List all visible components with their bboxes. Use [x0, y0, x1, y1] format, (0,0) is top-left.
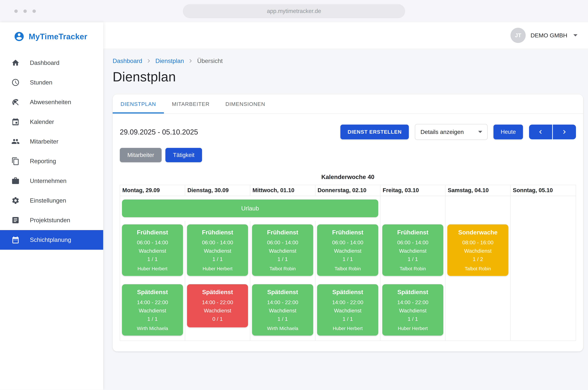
day-header-row: Montag, 29.09 Dienstag, 30.09 Mittwoch, … [120, 185, 576, 196]
shift-card[interactable]: Spätdienst 14:00 - 22:00 Wachdienst 1 / … [317, 284, 378, 336]
shift-activity: Wachdienst [124, 247, 181, 255]
dienstplan-card: DIENSTPLAN MITARBEITER DIMENSIONEN 29.09… [113, 94, 583, 351]
shift-title: Spätdienst [319, 289, 376, 295]
sidebar-item-einstellungen[interactable]: Einstellungen [0, 191, 103, 210]
briefcase-icon [11, 177, 20, 185]
breadcrumb-dienstplan[interactable]: Dienstplan [156, 57, 184, 64]
window-close-button[interactable] [14, 9, 18, 13]
shift-person: Talbot Robin [449, 266, 507, 272]
day-cell-thursday: Spätdienst 14:00 - 22:00 Wachdienst 1 / … [315, 281, 380, 341]
address-bar[interactable]: app.mytimetracker.de [183, 4, 405, 18]
tab-mitarbeiter[interactable]: MITARBEITER [164, 94, 217, 113]
sidebar-item-abwesenheiten[interactable]: Abwesenheiten [0, 92, 103, 112]
today-button[interactable]: Heute [493, 125, 523, 139]
chevron-down-icon[interactable] [573, 34, 578, 36]
breadcrumb-dashboard[interactable]: Dashboard [113, 57, 142, 64]
shift-card[interactable]: Frühdienst 06:00 - 14:00 Wachdienst 1 / … [382, 224, 443, 276]
sidebar-item-label: Schichtplanung [30, 237, 71, 243]
week-calendar: Kalenderwoche 40 Montag, 29.09 Dienstag,… [120, 174, 576, 341]
sidebar-item-label: Stunden [30, 79, 52, 86]
empty-cell [380, 196, 445, 221]
window-zoom-button[interactable] [33, 9, 36, 13]
day-header: Dienstag, 30.09 [185, 185, 250, 196]
empty-cell [445, 196, 510, 221]
day-header: Freitag, 03.10 [380, 185, 445, 196]
chevron-down-icon [478, 131, 482, 133]
group-by-activity-button[interactable]: Tätigkeit [165, 148, 202, 162]
avatar[interactable]: JT [510, 28, 526, 43]
person-circle-icon [14, 31, 25, 42]
shift-occupancy: 1 / 1 [319, 255, 376, 263]
details-dropdown[interactable]: Details anzeigen [415, 124, 488, 140]
sidebar-item-label: Unternehmen [30, 178, 67, 184]
window-minimize-button[interactable] [23, 9, 27, 13]
shift-time: 14:00 - 22:00 [189, 298, 246, 306]
tab-dienstplan[interactable]: DIENSTPLAN [113, 94, 164, 113]
shift-card[interactable]: Frühdienst 06:00 - 14:00 Wachdienst 1 / … [187, 224, 248, 276]
group-by-employee-button[interactable]: Mitarbeiter [120, 148, 162, 162]
shift-person: Wirth Michaela [254, 325, 311, 332]
clock-icon [11, 78, 20, 87]
shift-calendar-icon [11, 236, 20, 244]
sidebar-item-label: Mitarbeiter [30, 138, 58, 145]
sidebar-nav: Dashboard Stunden Abwesenheiten Kalender… [0, 53, 103, 250]
sidebar-item-kalender[interactable]: Kalender [0, 112, 103, 132]
page-title: Dienstplan [113, 69, 583, 85]
shift-time: 06:00 - 14:00 [384, 238, 441, 246]
shift-card[interactable]: Spätdienst 14:00 - 22:00 Wachdienst 0 / … [187, 284, 248, 327]
tab-dimensionen[interactable]: DIMENSIONEN [217, 94, 273, 113]
shift-title: Spätdienst [124, 289, 181, 295]
shift-time: 06:00 - 14:00 [124, 238, 181, 246]
shift-time: 14:00 - 22:00 [254, 298, 311, 306]
app-logo[interactable]: MyTimeTracker [0, 22, 103, 50]
sidebar-item-stunden[interactable]: Stunden [0, 73, 103, 92]
vacation-row: Urlaub [120, 196, 576, 221]
sidebar-item-label: Reporting [30, 158, 56, 164]
shift-card[interactable]: Spätdienst 14:00 - 22:00 Wachdienst 1 / … [252, 284, 313, 336]
shift-time: 14:00 - 22:00 [319, 298, 376, 306]
sidebar-item-schichtplanung[interactable]: Schichtplanung [0, 230, 103, 250]
main-area: JT DEMO GMBH Dashboard Dienstplan Übersi… [103, 22, 588, 390]
sidebar-item-dashboard[interactable]: Dashboard [0, 53, 103, 73]
week-label: Kalenderwoche 40 [120, 174, 576, 180]
sidebar-item-unternehmen[interactable]: Unternehmen [0, 171, 103, 191]
toolbar: 29.09.2025 - 05.10.2025 DIENST ERSTELLEN… [113, 114, 583, 140]
shift-title: Spätdienst [254, 289, 311, 295]
shift-card[interactable]: Frühdienst 06:00 - 14:00 Wachdienst 1 / … [122, 224, 183, 276]
shift-occupancy: 1 / 1 [124, 255, 181, 263]
vacation-bar[interactable]: Urlaub [122, 199, 378, 217]
chevron-right-icon [187, 58, 194, 64]
previous-week-button[interactable] [529, 125, 552, 139]
shift-activity: Wachdienst [319, 306, 376, 315]
shift-card[interactable]: Spätdienst 14:00 - 22:00 Wachdienst 1 / … [122, 284, 183, 336]
sidebar-item-projektstunden[interactable]: Projektstunden [0, 210, 103, 230]
account-company[interactable]: DEMO GMBH [531, 32, 567, 39]
sidebar-item-mitarbeiter[interactable]: Mitarbeiter [0, 132, 103, 151]
shift-title: Spätdienst [189, 289, 246, 295]
shift-card[interactable]: Frühdienst 06:00 - 14:00 Wachdienst 1 / … [317, 224, 378, 276]
sidebar-item-reporting[interactable]: Reporting [0, 151, 103, 171]
chevron-left-icon [537, 129, 544, 135]
day-cell-friday: Frühdienst 06:00 - 14:00 Wachdienst 1 / … [380, 221, 445, 281]
empty-cell [510, 196, 576, 221]
group-toggle: Mitarbeiter Tätigkeit [113, 140, 583, 162]
window-controls[interactable] [14, 9, 36, 13]
sidebar-item-label: Abwesenheiten [30, 99, 71, 105]
shift-occupancy: 1 / 1 [124, 315, 181, 323]
day-cell-sunday [510, 281, 576, 341]
shift-occupancy: 1 / 1 [319, 315, 376, 323]
shift-activity: Wachdienst [384, 247, 441, 255]
breadcrumb: Dashboard Dienstplan Übersicht [113, 57, 583, 64]
shift-title: Frühdienst [254, 229, 311, 236]
shift-card[interactable]: Sonderwache 08:00 - 16:00 Wachdienst 1 /… [447, 224, 508, 276]
shift-activity: Wachdienst [254, 247, 311, 255]
page-content: Dashboard Dienstplan Übersicht Dienstpla… [103, 49, 588, 351]
shift-activity: Wachdienst [319, 247, 376, 255]
shift-card[interactable]: Spätdienst 14:00 - 22:00 Wachdienst 1 / … [382, 284, 443, 336]
next-week-button[interactable] [553, 125, 576, 139]
create-shift-button[interactable]: DIENST ERSTELLEN [340, 125, 409, 139]
tab-bar: DIENSTPLAN MITARBEITER DIMENSIONEN [113, 94, 583, 114]
shift-card[interactable]: Frühdienst 06:00 - 14:00 Wachdienst 1 / … [252, 224, 313, 276]
gear-icon [11, 196, 20, 205]
shift-person: Talbot Robin [319, 266, 376, 272]
